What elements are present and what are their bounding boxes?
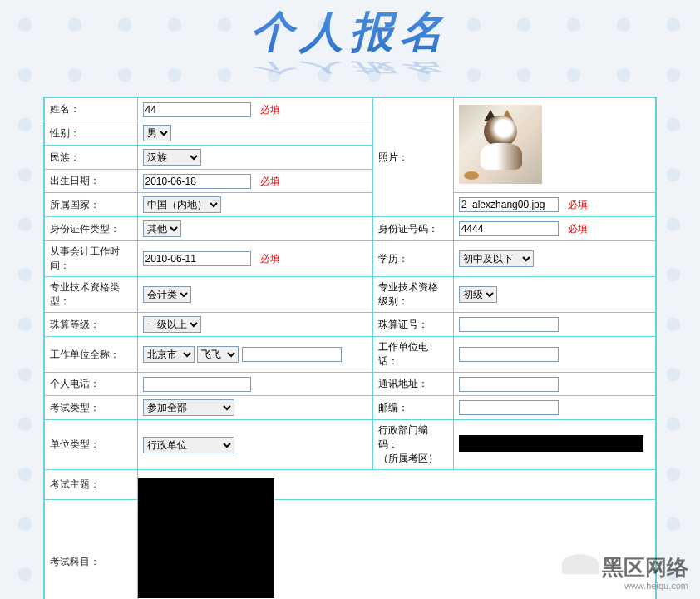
employer-name-input[interactable] <box>242 347 342 362</box>
label-personal-phone: 个人电话： <box>45 373 138 396</box>
label-pro-qual-level: 专业技术资格级别： <box>373 277 453 313</box>
name-input[interactable] <box>143 102 251 117</box>
label-ethnicity: 民族： <box>45 146 138 170</box>
label-photo: 照片： <box>373 98 453 217</box>
employer-city-select[interactable]: 北京市 <box>143 346 195 363</box>
label-exam-type: 考试类型： <box>45 396 138 420</box>
mushroom-icon <box>562 554 599 591</box>
label-id-type: 身份证件类型： <box>45 217 138 241</box>
label-work-date: 从事会计工作时间： <box>45 241 138 277</box>
label-birth: 出生日期： <box>45 170 138 193</box>
required-work: 必填 <box>260 253 280 265</box>
required-id: 必填 <box>568 223 588 235</box>
gender-select[interactable]: 男 <box>143 125 171 141</box>
unit-type-select[interactable]: 行政单位 <box>143 437 234 453</box>
birth-input[interactable] <box>143 174 251 189</box>
ethnicity-select[interactable]: 汉族 <box>143 149 201 166</box>
required-birth: 必填 <box>260 176 280 187</box>
label-exam-subject: 考试科目： <box>45 500 138 600</box>
country-select[interactable]: 中国（内地） <box>143 196 221 213</box>
label-unit-type: 单位类型： <box>45 420 138 470</box>
title-reflection: 个人报名 <box>0 59 700 77</box>
form-table: 姓名： 必填 照片： 性别： 男 民族： 汉族 出生日期： 必填 所属国家： 中… <box>44 97 656 599</box>
photo-filename-input[interactable] <box>459 197 559 212</box>
photo-cell <box>453 98 655 193</box>
label-employer: 工作单位全称： <box>45 337 138 373</box>
id-number-input[interactable] <box>459 221 559 236</box>
photo-preview <box>459 105 542 184</box>
employer-phone-input[interactable] <box>459 347 559 362</box>
address-input[interactable] <box>459 377 559 392</box>
abacus-level-select[interactable]: 一级以上 <box>143 316 201 333</box>
education-select[interactable]: 初中及以下 <box>459 250 534 267</box>
label-admin-code: 行政部门编码： （所属考区） <box>373 420 453 470</box>
abacus-cert-input[interactable] <box>459 317 559 332</box>
label-employer-phone: 工作单位电话： <box>373 337 453 373</box>
label-exam-topic: 考试主题： <box>45 470 138 500</box>
registration-form: 姓名： 必填 照片： 性别： 男 民族： 汉族 出生日期： 必填 所属国家： 中… <box>43 97 657 599</box>
label-name: 姓名： <box>45 98 138 121</box>
label-abacus-level: 珠算等级： <box>45 313 138 337</box>
label-education: 学历： <box>373 241 453 277</box>
label-gender: 性别： <box>45 121 138 146</box>
required-name: 必填 <box>260 104 280 116</box>
watermark: 黑区网络 www.heiqu.com <box>562 553 688 591</box>
label-pro-qual-type: 专业技术资格类型： <box>45 277 138 313</box>
admin-code-redacted <box>459 435 643 452</box>
label-postcode: 邮编： <box>373 396 453 420</box>
id-type-select[interactable]: 其他 <box>143 220 181 237</box>
work-date-input[interactable] <box>143 251 251 266</box>
label-id-number: 身份证号码： <box>373 217 453 241</box>
label-address: 通讯地址： <box>373 373 453 396</box>
required-photo: 必填 <box>568 199 588 210</box>
employer-district-select[interactable]: 飞飞 <box>197 346 239 363</box>
title-text: 个人报名 <box>250 3 450 62</box>
personal-phone-input[interactable] <box>143 377 251 392</box>
page-title: 个人报名 个人报名 <box>0 0 700 97</box>
pro-qual-level-select[interactable]: 初级 <box>459 286 497 303</box>
exam-type-select[interactable]: 参加全部 <box>143 399 234 416</box>
label-country: 所属国家： <box>45 193 138 217</box>
watermark-main: 黑区网络 <box>602 553 688 582</box>
exam-subject-redacted <box>138 478 274 598</box>
pro-qual-type-select[interactable]: 会计类 <box>143 286 191 303</box>
postcode-input[interactable] <box>459 400 559 415</box>
label-abacus-cert: 珠算证号： <box>373 313 453 337</box>
